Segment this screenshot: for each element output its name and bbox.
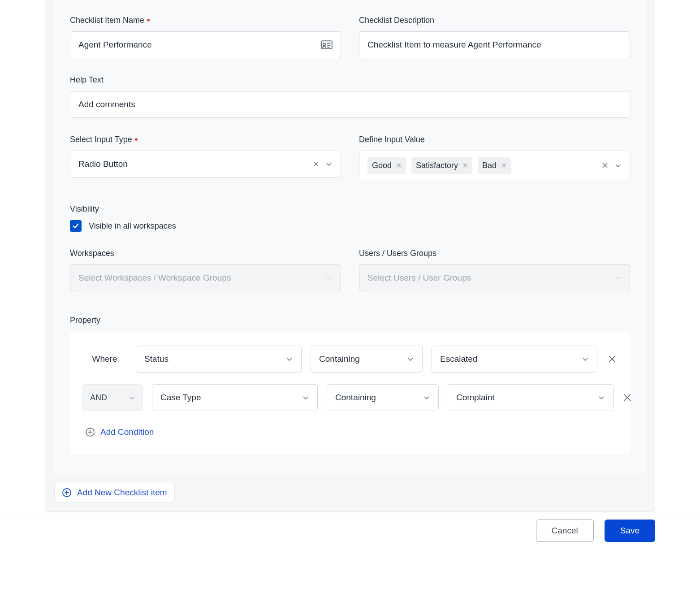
id-card-icon[interactable] xyxy=(321,40,333,49)
chip-remove-icon[interactable] xyxy=(501,163,506,168)
visibility-label: Visibility xyxy=(70,204,630,214)
input-value-label: Define Input Value xyxy=(359,135,630,144)
chevron-down-icon[interactable] xyxy=(286,355,293,363)
workspaces-select[interactable]: Select Workspaces / Workspace Groups xyxy=(70,264,341,291)
delete-condition-icon[interactable] xyxy=(606,354,618,364)
condition-value-text: Escalated xyxy=(440,354,582,364)
plus-circle-icon xyxy=(85,427,95,437)
chevron-down-icon[interactable] xyxy=(423,394,430,401)
chip-label: Bad xyxy=(482,161,497,170)
visibility-checkbox[interactable] xyxy=(70,220,82,232)
clear-icon[interactable] xyxy=(602,162,608,169)
item-name-label: Checklist Item Name xyxy=(70,16,341,25)
chevron-down-icon[interactable] xyxy=(302,394,309,401)
save-button[interactable]: Save xyxy=(605,520,655,542)
help-text-input[interactable]: Add comments xyxy=(70,91,630,118)
chevron-down-icon[interactable] xyxy=(598,394,605,401)
condition-field-value: Status xyxy=(144,354,286,364)
delete-condition-icon[interactable] xyxy=(622,393,632,403)
input-type-label: Select Input Type xyxy=(70,135,341,144)
condition-value-text: Complaint xyxy=(456,393,598,403)
save-button-label: Save xyxy=(620,526,640,536)
input-type-select[interactable]: Radio Button xyxy=(70,151,341,178)
condition-value-select[interactable]: Escalated xyxy=(432,346,597,372)
input-type-value: Radio Button xyxy=(78,159,313,169)
item-name-input[interactable]: Agent Performance xyxy=(70,31,341,58)
required-dot-icon xyxy=(135,138,138,141)
chevron-down-icon[interactable] xyxy=(614,274,622,282)
help-text-value: Add comments xyxy=(78,100,622,109)
chevron-down-icon[interactable] xyxy=(582,355,589,363)
svg-point-1 xyxy=(323,43,325,45)
cancel-button[interactable]: Cancel xyxy=(536,520,594,542)
condition-operator-value: Containing xyxy=(335,393,423,403)
condition-operator-select[interactable]: Containing xyxy=(311,346,423,372)
footer-actions: Cancel Save xyxy=(0,512,700,554)
workspaces-placeholder: Select Workspaces / Workspace Groups xyxy=(78,273,325,283)
logical-operator-value: AND xyxy=(90,393,107,403)
condition-row: AND Case Type Containing xyxy=(82,384,618,411)
condition-row: Where Status Containing Escalated xyxy=(82,346,618,372)
add-new-checklist-item-label: Add New Checklist item xyxy=(77,488,167,498)
cancel-button-label: Cancel xyxy=(552,526,578,536)
condition-operator-value: Containing xyxy=(319,354,407,364)
visibility-checkbox-label: Visible in all workspaces xyxy=(89,221,176,231)
condition-operator-select[interactable]: Containing xyxy=(327,384,439,411)
condition-field-select[interactable]: Status xyxy=(136,346,302,372)
where-label: Where xyxy=(92,354,117,364)
chip-label: Satisfactory xyxy=(416,161,458,170)
workspaces-label: Workspaces xyxy=(70,249,341,258)
chip-remove-icon[interactable] xyxy=(462,163,468,168)
chip: Satisfactory xyxy=(411,157,472,174)
checklist-item-form: Checklist Item Name Agent Performance xyxy=(54,0,646,475)
property-label: Property xyxy=(70,316,630,325)
chip-label: Good xyxy=(372,161,392,170)
condition-field-value: Case Type xyxy=(160,393,302,403)
chip: Bad xyxy=(478,157,511,174)
clear-icon[interactable] xyxy=(313,161,319,167)
chevron-down-icon[interactable] xyxy=(325,274,333,282)
condition-field-select[interactable]: Case Type xyxy=(152,384,318,411)
help-text-label: Help Text xyxy=(70,75,630,85)
users-placeholder: Select Users / User Groups xyxy=(367,273,614,283)
users-label: Users / Users Groups xyxy=(359,249,630,258)
condition-value-select[interactable]: Complaint xyxy=(448,384,614,411)
add-condition-button[interactable]: Add Condition xyxy=(85,427,154,437)
plus-circle-icon xyxy=(62,488,72,498)
description-input[interactable]: Checklist Item to measure Agent Performa… xyxy=(359,31,630,58)
users-select[interactable]: Select Users / User Groups xyxy=(359,264,630,291)
description-label: Checklist Description xyxy=(359,16,630,25)
logical-operator-select[interactable]: AND xyxy=(82,384,143,411)
required-dot-icon xyxy=(147,19,150,22)
chevron-down-icon[interactable] xyxy=(614,162,622,169)
chip: Good xyxy=(367,157,406,174)
chip-remove-icon[interactable] xyxy=(396,163,402,168)
item-name-value: Agent Performance xyxy=(78,40,321,50)
chevron-down-icon xyxy=(128,394,135,401)
chevron-down-icon[interactable] xyxy=(325,160,333,168)
add-new-checklist-item-button[interactable]: Add New Checklist item xyxy=(54,483,175,502)
property-conditions-card: Where Status Containing Escalated xyxy=(70,332,630,455)
input-value-chips[interactable]: Good Satisfactory xyxy=(359,151,630,180)
chevron-down-icon[interactable] xyxy=(407,355,414,363)
form-outer-panel: Checklist Item Name Agent Performance xyxy=(45,0,655,512)
add-condition-label: Add Condition xyxy=(100,427,154,437)
description-value: Checklist Item to measure Agent Performa… xyxy=(367,40,622,50)
